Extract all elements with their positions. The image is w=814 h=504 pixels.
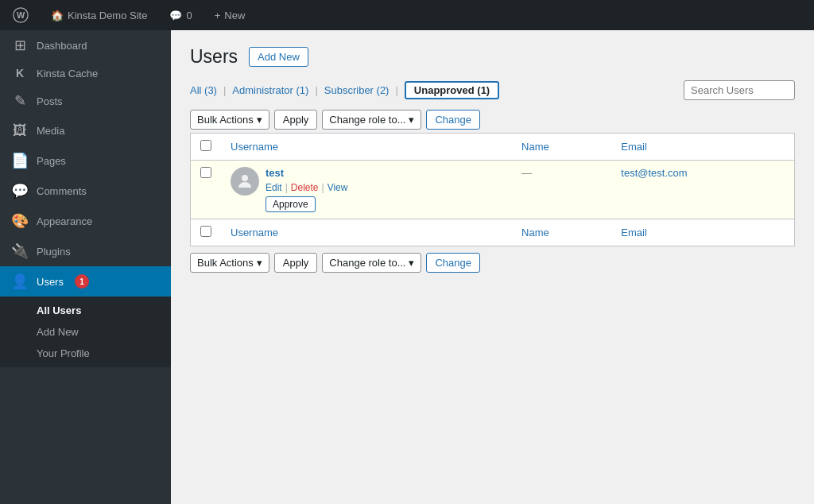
users-icon: 👤: [11, 273, 29, 290]
media-icon: 🖼: [11, 122, 29, 139]
sidebar-label-dashboard: Dashboard: [37, 40, 87, 52]
new-button[interactable]: + New: [210, 0, 250, 30]
top-bar: W 🏠 Kinsta Demo Site 💬 0 + New: [0, 0, 814, 30]
delete-user-link[interactable]: Delete: [291, 182, 319, 193]
change-role-select-top[interactable]: Change role to... ▾: [322, 110, 421, 130]
apply-button-top[interactable]: Apply: [274, 110, 318, 130]
sidebar-item-plugins[interactable]: 🔌 Plugins: [0, 236, 171, 266]
user-email-cell: test@test.com: [611, 161, 794, 219]
sidebar-sub-all-users[interactable]: All Users: [0, 300, 171, 321]
bulk-actions-select-bottom[interactable]: Bulk Actions ▾: [190, 253, 269, 273]
user-username-cell: test Edit | Delete | View Approve: [221, 161, 512, 219]
home-icon: 🏠: [51, 10, 64, 21]
users-badge: 1: [75, 274, 89, 289]
filter-subscriber[interactable]: Subscriber (2): [324, 84, 390, 96]
top-toolbar: Bulk Actions ▾ Apply Change role to... ▾…: [190, 110, 795, 130]
page-title: Users: [190, 46, 238, 68]
edit-user-link[interactable]: Edit: [266, 182, 282, 193]
avatar: [231, 167, 259, 196]
users-table: Username Name Email: [190, 133, 795, 246]
comments-count: 0: [186, 10, 192, 21]
sidebar-label-users: Users: [37, 276, 64, 288]
change-button-bottom[interactable]: Change: [426, 253, 480, 273]
sidebar-item-appearance[interactable]: 🎨 Appearance: [0, 206, 171, 236]
footer-email-col[interactable]: Email: [611, 219, 794, 246]
site-name: Kinsta Demo Site: [68, 10, 147, 21]
table-header-row: Username Name Email: [191, 134, 795, 161]
users-submenu: All Users Add New Your Profile: [0, 297, 171, 367]
add-new-button[interactable]: Add New: [249, 47, 308, 67]
footer-name-col[interactable]: Name: [512, 219, 611, 246]
filter-bar: All (3) | Administrator (1) | Subscriber…: [190, 80, 795, 100]
user-name-value: —: [521, 167, 532, 179]
user-name-cell: —: [512, 161, 611, 219]
chevron-down-icon: ▾: [257, 114, 262, 126]
change-button-top[interactable]: Change: [426, 110, 480, 130]
svg-point-2: [242, 175, 248, 181]
user-email: test@test.com: [621, 167, 687, 179]
bottom-toolbar: Bulk Actions ▾ Apply Change role to... ▾…: [190, 253, 795, 273]
posts-icon: ✎: [11, 92, 29, 110]
user-details: test Edit | Delete | View Approve: [266, 167, 347, 212]
sidebar-item-users[interactable]: 👤 Users 1: [0, 266, 171, 297]
user-checkbox[interactable]: [200, 167, 211, 178]
select-all-col: [191, 134, 222, 161]
sidebar-item-dashboard[interactable]: ⊞ Dashboard: [0, 30, 171, 60]
search-users-input[interactable]: [684, 80, 795, 100]
footer-username-col[interactable]: Username: [221, 219, 512, 246]
appearance-icon: 🎨: [11, 212, 29, 230]
username: test: [266, 167, 347, 179]
approve-user-button[interactable]: Approve: [266, 196, 316, 212]
footer-checkbox-col: [191, 219, 222, 246]
kinsta-icon: K: [11, 67, 29, 79]
filter-administrator[interactable]: Administrator (1): [232, 84, 308, 96]
wp-logo-button[interactable]: W: [8, 0, 33, 30]
active-arrow: [165, 266, 171, 297]
sidebar-item-posts[interactable]: ✎ Posts: [0, 86, 171, 116]
change-role-select-bottom[interactable]: Change role to... ▾: [322, 253, 421, 273]
sidebar-item-media[interactable]: 🖼 Media: [0, 116, 171, 145]
sidebar-label-appearance: Appearance: [37, 215, 92, 227]
dashboard-icon: ⊞: [11, 37, 29, 54]
username-col-header[interactable]: Username: [221, 134, 512, 161]
filter-unapproved[interactable]: Unapproved (1): [405, 81, 499, 99]
svg-text:W: W: [17, 10, 25, 20]
sidebar-sub-your-profile[interactable]: Your Profile: [0, 343, 171, 364]
apply-button-bottom[interactable]: Apply: [274, 253, 318, 273]
name-col-header[interactable]: Name: [512, 134, 611, 161]
plus-icon: +: [215, 10, 221, 21]
email-col-header[interactable]: Email: [611, 134, 794, 161]
new-label: New: [224, 10, 245, 21]
layout: ⊞ Dashboard K Kinsta Cache ✎ Posts 🖼 Med…: [0, 30, 814, 504]
sidebar-item-comments[interactable]: 💬 Comments: [0, 176, 171, 206]
sidebar-item-kinsta-cache[interactable]: K Kinsta Cache: [0, 60, 171, 86]
view-user-link[interactable]: View: [328, 182, 348, 193]
table-footer-header-row: Username Name Email: [191, 219, 795, 246]
user-checkbox-cell: [191, 161, 222, 219]
sidebar-sub-add-new[interactable]: Add New: [0, 321, 171, 343]
filter-all[interactable]: All (3): [190, 84, 217, 96]
sidebar-label-comments: Comments: [37, 185, 87, 197]
sidebar-label-pages: Pages: [37, 155, 66, 167]
pages-icon: 📄: [11, 152, 29, 169]
page-header: Users Add New: [190, 46, 795, 68]
bulk-actions-select-top[interactable]: Bulk Actions ▾: [190, 110, 269, 130]
site-name-button[interactable]: 🏠 Kinsta Demo Site: [46, 0, 152, 30]
footer-select-all-checkbox[interactable]: [200, 226, 211, 237]
comments-sidebar-icon: 💬: [11, 182, 29, 200]
sidebar-label-posts: Posts: [37, 95, 63, 107]
select-all-checkbox[interactable]: [200, 140, 211, 151]
sidebar-label-kinsta-cache: Kinsta Cache: [37, 68, 98, 79]
main-content: Users Add New All (3) | Administrator (1…: [171, 30, 814, 504]
table-row: test Edit | Delete | View Approve: [191, 161, 795, 219]
sidebar-label-media: Media: [37, 125, 64, 137]
chevron-down-icon-role: ▾: [409, 114, 414, 126]
comments-icon: 💬: [169, 10, 182, 21]
chevron-down-icon-role-bottom: ▾: [409, 257, 414, 269]
comments-button[interactable]: 💬 0: [165, 0, 196, 30]
chevron-down-icon-bottom: ▾: [257, 257, 262, 269]
sidebar-item-pages[interactable]: 📄 Pages: [0, 145, 171, 176]
sidebar: ⊞ Dashboard K Kinsta Cache ✎ Posts 🖼 Med…: [0, 30, 171, 504]
search-area: [684, 80, 795, 100]
user-info: test Edit | Delete | View Approve: [231, 167, 502, 212]
